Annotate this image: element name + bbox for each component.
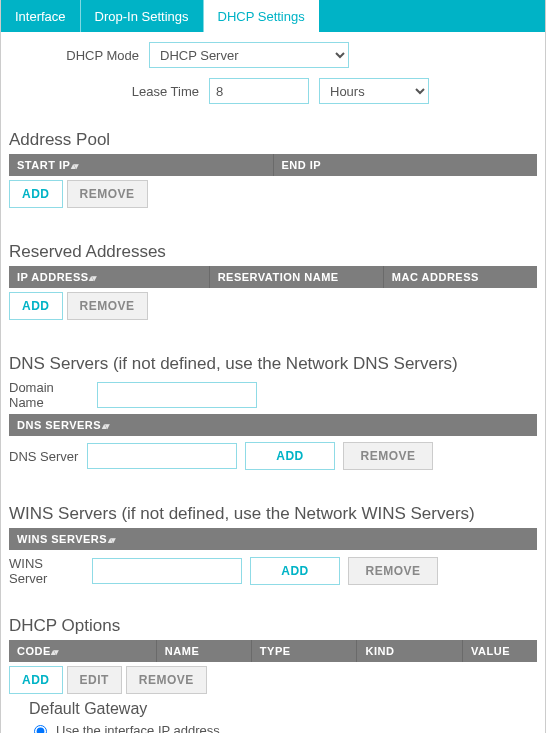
tab-dhcp[interactable]: DHCP Settings [204, 0, 319, 32]
col-dns-servers[interactable]: DNS Servers [9, 414, 537, 436]
dns-table-head: DNS Servers [9, 414, 537, 436]
address-pool-add-button[interactable]: ADD [9, 180, 63, 208]
col-type[interactable]: Type [252, 640, 358, 662]
col-name[interactable]: Name [157, 640, 252, 662]
gateway-use-interface-radio[interactable] [34, 725, 47, 733]
dhcp-mode-select[interactable]: DHCP Server [149, 42, 349, 68]
lease-time-unit-select[interactable]: Hours [319, 78, 429, 104]
wins-add-button[interactable]: ADD [250, 557, 340, 585]
dns-title: DNS Servers (if not defined, use the Net… [9, 354, 537, 374]
col-ip-address[interactable]: IP Address [9, 266, 210, 288]
wins-title: WINS Servers (if not defined, use the Ne… [9, 504, 537, 524]
domain-name-label: Domain Name [9, 380, 89, 410]
reserved-add-button[interactable]: ADD [9, 292, 63, 320]
dns-add-button[interactable]: ADD [245, 442, 335, 470]
reserved-title: Reserved Addresses [9, 242, 537, 262]
col-value[interactable]: Value [463, 640, 537, 662]
wins-table-head: WINS Servers [9, 528, 537, 550]
lease-time-label: Lease Time [49, 84, 209, 99]
default-gateway-title: Default Gateway [29, 700, 537, 718]
reserved-table-head: IP Address Reservation Name MAC Address [9, 266, 537, 288]
col-mac-address[interactable]: MAC Address [384, 266, 537, 288]
tab-interface[interactable]: Interface [1, 0, 81, 32]
wins-server-label: WINS Server [9, 556, 84, 586]
dns-server-input[interactable] [87, 443, 237, 469]
col-kind[interactable]: Kind [357, 640, 463, 662]
reserved-remove-button[interactable]: REMOVE [67, 292, 148, 320]
dns-server-label: DNS Server [9, 449, 79, 464]
dns-remove-button[interactable]: REMOVE [343, 442, 433, 470]
address-pool-remove-button[interactable]: REMOVE [67, 180, 148, 208]
col-end-ip[interactable]: End IP [274, 154, 538, 176]
col-code[interactable]: Code [9, 640, 157, 662]
gateway-use-interface-row[interactable]: Use the interface IP address [29, 722, 537, 733]
address-pool-table-head: Start IP End IP [9, 154, 537, 176]
wins-remove-button[interactable]: REMOVE [348, 557, 438, 585]
tab-bar: Interface Drop-In Settings DHCP Settings [1, 0, 545, 32]
options-add-button[interactable]: ADD [9, 666, 63, 694]
col-reservation-name[interactable]: Reservation Name [210, 266, 384, 288]
gateway-use-interface-label: Use the interface IP address [56, 723, 220, 734]
dhcp-mode-label: DHCP Mode [9, 48, 149, 63]
lease-time-input[interactable] [209, 78, 309, 104]
dhcp-options-title: DHCP Options [9, 616, 537, 636]
col-start-ip[interactable]: Start IP [9, 154, 274, 176]
col-wins-servers[interactable]: WINS Servers [9, 528, 537, 550]
domain-name-input[interactable] [97, 382, 257, 408]
dhcp-options-table-head: Code Name Type Kind Value [9, 640, 537, 662]
options-edit-button[interactable]: EDIT [67, 666, 122, 694]
tab-dropin[interactable]: Drop-In Settings [81, 0, 204, 32]
options-remove-button[interactable]: REMOVE [126, 666, 207, 694]
wins-server-input[interactable] [92, 558, 242, 584]
address-pool-title: Address Pool [9, 130, 537, 150]
